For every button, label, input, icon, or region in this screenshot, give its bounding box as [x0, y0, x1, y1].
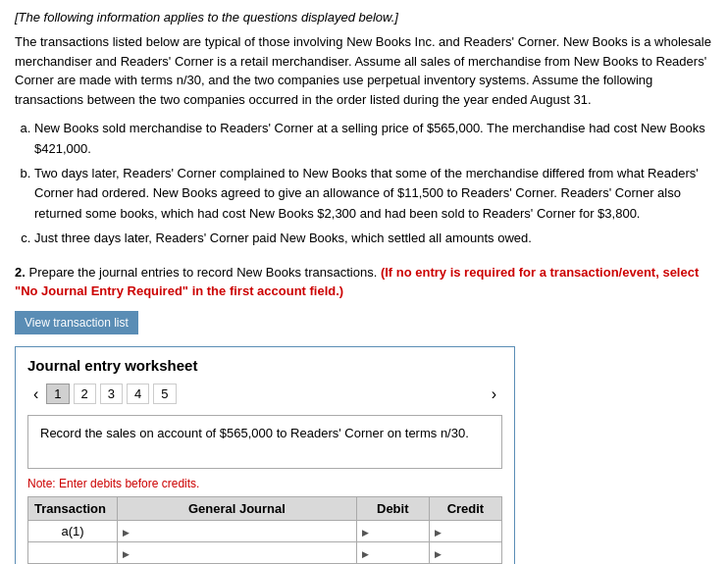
bracket-text: [The following information applies to th… — [15, 10, 713, 25]
transaction-cell — [28, 541, 118, 563]
view-transaction-list-button[interactable]: View transaction list — [15, 311, 138, 334]
table-row: a(1)▶▶▶ — [28, 520, 502, 541]
col-general-journal: General Journal — [118, 496, 357, 520]
page-1-button[interactable]: 1 — [46, 384, 69, 404]
col-debit: Debit — [356, 496, 429, 520]
transaction-item-a: New Books sold merchandise to Readers' C… — [34, 119, 713, 160]
journal-cell[interactable]: ▶ — [118, 541, 357, 563]
instruction-box: Record the sales on account of $565,000 … — [27, 415, 502, 469]
next-page-button[interactable]: › — [486, 384, 502, 405]
col-transaction: Transaction — [28, 496, 118, 520]
question-section: 2. Prepare the journal entries to record… — [15, 263, 713, 301]
page-4-button[interactable]: 4 — [127, 384, 149, 404]
intro-paragraph: The transactions listed below are typica… — [15, 32, 713, 109]
debit-cell[interactable]: ▶ — [356, 541, 429, 563]
credit-cell[interactable]: ▶ — [429, 520, 501, 541]
pagination: ‹ 1 2 3 4 5 › — [27, 384, 502, 405]
worksheet-title: Journal entry worksheet — [27, 357, 502, 374]
transaction-item-c: Just three days later, Readers' Corner p… — [34, 229, 713, 249]
question-number: 2. — [15, 265, 26, 280]
table-row: ▶▶▶ — [28, 541, 502, 563]
prev-page-button[interactable]: ‹ — [27, 384, 44, 405]
page-3-button[interactable]: 3 — [100, 384, 123, 404]
journal-entry-worksheet: Journal entry worksheet ‹ 1 2 3 4 5 › Re… — [15, 346, 515, 564]
col-credit: Credit — [429, 496, 501, 520]
transaction-cell: a(1) — [28, 520, 118, 541]
journal-table: Transaction General Journal Debit Credit… — [27, 496, 502, 564]
question-text: Prepare the journal entries to record Ne… — [28, 265, 377, 280]
debit-cell[interactable]: ▶ — [356, 520, 429, 541]
credit-cell[interactable]: ▶ — [429, 541, 501, 563]
journal-cell[interactable]: ▶ — [118, 520, 357, 541]
page-5-button[interactable]: 5 — [153, 384, 176, 404]
note-text: Note: Enter debits before credits. — [27, 477, 502, 490]
page-2-button[interactable]: 2 — [74, 384, 96, 404]
transaction-item-b: Two days later, Readers' Corner complain… — [34, 164, 713, 225]
transactions-list: New Books sold merchandise to Readers' C… — [34, 119, 713, 249]
